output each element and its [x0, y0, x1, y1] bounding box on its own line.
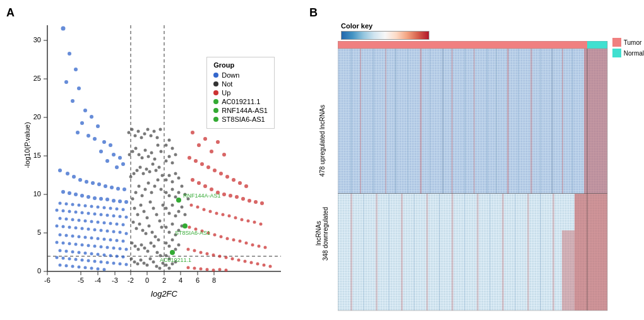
svg-point-170 [93, 260, 97, 263]
svg-point-345 [215, 212, 218, 215]
svg-point-221 [153, 245, 156, 248]
svg-point-129 [125, 232, 128, 235]
svg-point-215 [134, 245, 137, 248]
svg-point-173 [112, 262, 116, 265]
svg-point-285 [171, 223, 174, 226]
svg-point-336 [235, 195, 239, 199]
svg-text:AC019211.1: AC019211.1 [160, 257, 191, 263]
legend-label-st8: ST8SIA6-AS1 [222, 116, 265, 123]
svg-point-386 [225, 269, 228, 272]
svg-point-156 [78, 251, 81, 254]
svg-point-233 [158, 267, 162, 270]
svg-point-204 [132, 221, 135, 224]
svg-point-327 [238, 181, 242, 185]
svg-point-182 [97, 268, 100, 271]
svg-rect-413 [464, 49, 466, 194]
svg-point-172 [106, 261, 109, 264]
svg-point-212 [157, 239, 160, 242]
down-dot [213, 73, 218, 78]
svg-point-125 [100, 229, 103, 232]
svg-point-247 [131, 150, 134, 153]
svg-point-225 [133, 261, 136, 264]
svg-text:-4: -4 [95, 276, 101, 284]
svg-rect-436 [451, 194, 453, 311]
ac-dot [213, 99, 218, 104]
svg-point-205 [135, 227, 138, 230]
svg-text:0: 0 [145, 276, 149, 284]
svg-point-351 [253, 221, 256, 224]
svg-point-276 [165, 207, 168, 210]
svg-point-65 [78, 178, 82, 182]
svg-rect-419 [530, 49, 532, 194]
svg-point-189 [149, 201, 152, 204]
legend-item-tumor: Tumor [612, 38, 644, 47]
svg-point-250 [141, 157, 144, 160]
svg-rect-428 [350, 194, 352, 311]
svg-point-131 [65, 234, 68, 237]
svg-point-238 [139, 166, 142, 169]
svg-point-68 [97, 182, 101, 186]
svg-point-194 [131, 198, 134, 201]
svg-point-254 [153, 158, 157, 161]
svg-point-338 [247, 199, 251, 203]
svg-rect-407 [395, 49, 397, 194]
svg-point-349 [241, 218, 244, 222]
svg-point-352 [259, 223, 263, 226]
svg-point-317 [216, 140, 220, 144]
svg-point-158 [90, 252, 93, 256]
svg-text:-3: -3 [112, 276, 118, 284]
svg-point-328 [244, 184, 248, 188]
svg-point-142 [62, 242, 65, 245]
svg-point-235 [129, 175, 133, 179]
svg-point-101 [93, 213, 97, 216]
svg-point-326 [232, 178, 236, 182]
svg-point-145 [81, 244, 84, 247]
svg-point-162 [116, 255, 119, 258]
svg-point-174 [119, 263, 122, 266]
svg-point-78 [93, 196, 97, 200]
svg-rect-426 [575, 194, 607, 311]
svg-point-180 [84, 266, 87, 270]
svg-point-211 [154, 235, 157, 239]
svg-point-334 [222, 193, 226, 196]
svg-point-263 [146, 128, 150, 131]
svg-point-243 [155, 169, 158, 172]
svg-point-111 [84, 220, 87, 223]
svg-point-126 [106, 230, 109, 233]
svg-point-154 [65, 250, 68, 253]
svg-point-166 [68, 258, 71, 261]
svg-point-55 [109, 143, 112, 147]
svg-rect-435 [439, 194, 440, 311]
svg-point-216 [137, 248, 140, 251]
svg-point-369 [206, 252, 209, 256]
svg-point-358 [220, 235, 223, 239]
svg-rect-444 [552, 194, 554, 311]
svg-point-160 [103, 254, 106, 257]
svg-point-280 [177, 210, 181, 213]
svg-point-161 [109, 254, 112, 258]
svg-point-104 [112, 215, 116, 218]
svg-rect-404 [360, 49, 361, 194]
svg-rect-409 [420, 49, 422, 194]
svg-rect-418 [518, 49, 519, 194]
svg-point-244 [158, 166, 161, 169]
svg-rect-442 [527, 194, 529, 311]
svg-point-70 [110, 186, 114, 189]
svg-rect-439 [489, 194, 491, 311]
svg-point-181 [90, 267, 93, 270]
svg-point-251 [144, 149, 147, 152]
svg-point-143 [68, 242, 71, 246]
svg-point-389 [182, 223, 188, 228]
legend-label-tumor: Tumor [624, 39, 642, 46]
svg-rect-433 [414, 194, 415, 311]
svg-point-121 [75, 227, 78, 230]
upregulated-label-text: 478 upregulated lncRNAs [319, 105, 326, 177]
svg-point-313 [191, 131, 194, 134]
svg-point-236 [133, 172, 136, 175]
svg-point-357 [213, 234, 217, 237]
svg-point-367 [193, 249, 196, 252]
svg-point-339 [254, 200, 258, 204]
rnf-dot [213, 108, 218, 113]
svg-point-383 [206, 268, 209, 271]
svg-point-350 [247, 220, 250, 223]
